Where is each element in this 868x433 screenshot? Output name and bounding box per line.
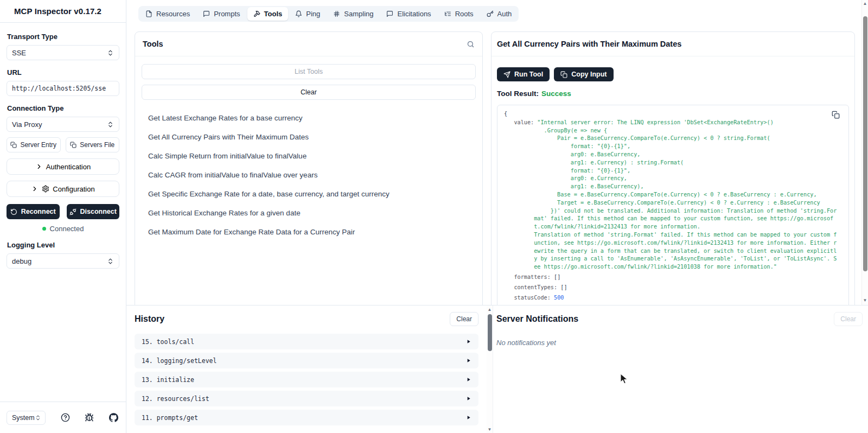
transport-type-value: SSE [12,49,26,57]
history-panel: History Clear 15. tools/call14. logging/… [126,305,487,433]
tab-ping[interactable]: Ping [289,7,326,21]
tab-label: Auth [497,10,512,18]
tool-list-item[interactable]: Get All Currency Pairs with Their Maximu… [142,129,476,145]
transport-type-select[interactable]: SSE [7,45,119,60]
tab-label: Resources [156,10,190,18]
clear-notifications-button[interactable]: Clear [834,312,863,326]
copy-input-button[interactable]: Copy Input [554,67,613,81]
run-tool-button[interactable]: Run Tool [497,67,550,81]
hash-icon [333,10,340,17]
tool-list-item[interactable]: Calc Simple Return from initialValue to … [142,148,476,164]
logging-level-select[interactable]: debug [7,253,119,269]
help-icon[interactable] [61,413,70,422]
tab-tools[interactable]: Tools [247,7,289,21]
connected-dot-icon [42,227,46,231]
tab-sampling[interactable]: Sampling [327,7,379,21]
tab-label: Elicitations [397,10,431,18]
server-notifications-title: Server Notifications [496,314,578,324]
authentication-toggle[interactable]: Authentication [7,158,119,175]
copy-icon [10,142,17,148]
expand-icon[interactable] [465,358,471,364]
search-icon[interactable] [467,40,475,48]
no-notifications-text: No notifications yet [496,339,863,347]
hammer-icon [253,10,260,17]
scroll-up-icon[interactable]: ▲ [487,307,493,312]
tool-list-item[interactable]: Calc CAGR from initialValue to finalValu… [142,167,476,183]
logging-level-value: debug [12,257,31,265]
servers-file-button[interactable]: Servers File [66,137,120,152]
server-notifications-panel: Server Notifications Clear No notificati… [493,305,868,433]
expand-icon[interactable] [465,396,471,402]
tool-list-item[interactable]: Get Maximum Date for Exchange Rate Data … [142,224,476,240]
tab-resources[interactable]: Resources [139,7,196,21]
tab-prompts[interactable]: Prompts [197,7,246,21]
theme-value: System [12,414,35,422]
tool-result-json: {value: "Internal server error: The LINQ… [497,105,849,305]
tool-result-status: Success [541,90,571,98]
chevron-right-icon [31,185,39,193]
tool-detail-panel: Get All Currency Pairs with Their Maximu… [491,31,855,305]
tab-bar: ResourcesPromptsToolsPingSamplingElicita… [138,6,519,22]
expand-icon[interactable] [465,415,471,421]
history-item-label: 12. resources/list [142,395,209,403]
disconnect-button[interactable]: Disconnect [67,204,120,219]
github-icon[interactable] [109,413,118,422]
copy-icon [70,142,76,148]
message-square-icon [386,10,393,17]
copy-icon [560,71,567,78]
json-field-row: contentTypes: [] [504,284,842,292]
tab-roots[interactable]: Roots [438,7,480,21]
history-item[interactable]: 12. resources/list [135,391,478,406]
clear-history-button[interactable]: Clear [450,312,478,326]
scroll-down-icon[interactable]: ▼ [487,427,493,432]
copy-input-label: Copy Input [571,71,607,78]
history-item[interactable]: 11. prompts/get [135,410,478,425]
connection-status-text: Connected [50,225,84,233]
history-item-label: 14. logging/setLevel [142,357,216,365]
theme-select[interactable]: System [7,411,46,425]
reconnect-button[interactable]: Reconnect [7,204,60,219]
disconnect-label: Disconnect [80,208,117,215]
configuration-toggle[interactable]: Configuration [7,181,119,197]
main-scrollbar[interactable]: ▲ ▼ [861,0,868,305]
connection-status: Connected [7,225,119,233]
bell-icon [295,10,302,17]
tool-list-item[interactable]: Get Specific Exchange Rate for a date, b… [142,186,476,202]
expand-icon[interactable] [465,339,471,345]
authentication-label: Authentication [46,163,91,171]
history-item[interactable]: 15. tools/call [135,334,478,349]
connection-type-select[interactable]: Via Proxy [7,117,119,132]
connection-type-label: Connection Type [7,104,119,112]
url-input[interactable]: http://localhost:5205/sse [7,81,119,96]
unplug-icon [69,208,76,215]
bug-report-icon[interactable] [85,413,94,422]
history-list: 15. tools/call14. logging/setLevel13. in… [135,334,478,425]
tool-list-item[interactable]: Get Historical Exchange Rates for a give… [142,205,476,221]
history-title: History [135,314,164,324]
file-icon [145,10,152,17]
bottom-section: History Clear 15. tools/call14. logging/… [126,305,868,433]
history-scrollbar-thumb[interactable] [488,314,492,351]
chevrons-up-down-icon [107,258,114,265]
tools-panel: Tools List Tools Clear Get Latest Exchan… [135,31,483,305]
list-tools-button[interactable]: List Tools [142,64,476,79]
tool-list-item[interactable]: Get Latest Exchange Rates for a base cur… [142,110,476,126]
scroll-down-icon[interactable]: ▼ [862,298,868,303]
connection-type-value: Via Proxy [12,120,42,129]
tab-elicitations[interactable]: Elicitations [380,7,437,21]
history-item[interactable]: 13. initialize [135,372,478,387]
history-item-label: 11. prompts/get [142,414,198,422]
clear-tools-button[interactable]: Clear [142,85,476,100]
tab-label: Prompts [214,10,240,18]
history-scrollbar[interactable]: ▲ ▼ [487,305,493,433]
tab-auth[interactable]: Auth [481,7,518,21]
expand-icon[interactable] [465,377,471,383]
scroll-up-icon[interactable]: ▲ [862,1,868,6]
copy-result-icon[interactable] [832,111,840,119]
history-item-label: 13. initialize [142,376,194,384]
history-item[interactable]: 14. logging/setLevel [135,353,478,368]
json-field-row: formatters: [] [504,273,842,282]
sidebar-header: MCP Inspector v0.17.2 [0,0,126,23]
main-scrollbar-thumb[interactable] [863,16,867,271]
server-entry-button[interactable]: Server Entry [7,137,61,152]
